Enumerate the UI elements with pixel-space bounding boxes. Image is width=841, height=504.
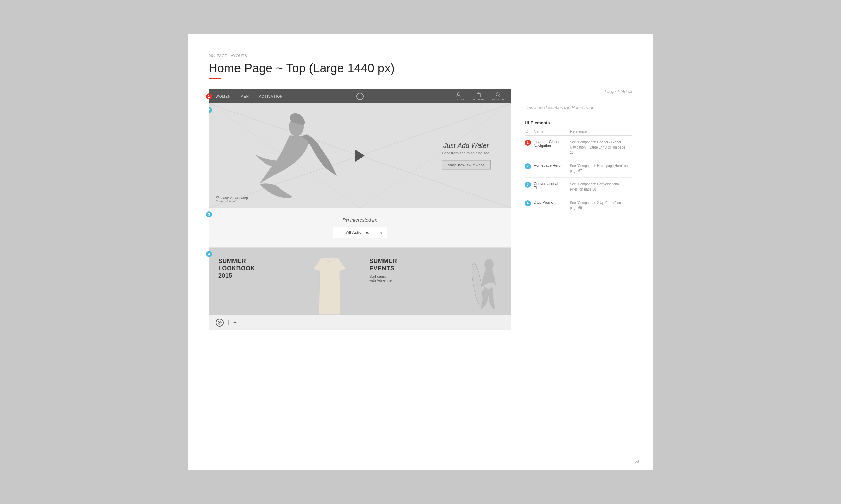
table-row: 1 Header - Global Navigation See "Compon…	[525, 136, 632, 159]
table-row: 4 2 Up Promo See "Component: 2 Up Promo"…	[525, 196, 632, 214]
footer-logo	[216, 319, 224, 327]
hero-caption: Kimberly Vandenberg Surfer, Honolulu	[216, 196, 248, 203]
svg-point-2	[496, 93, 499, 96]
ui-id-badge-4: 4	[525, 200, 531, 206]
promo-2-text: SUMMEREVENTS Surf campwith Adrienne	[370, 258, 397, 282]
conv-filter-dropdown[interactable]: All Activities ∨	[333, 227, 387, 238]
conv-filter-section: 3 I'm Interested in: All Activities ∨	[209, 208, 511, 247]
hero-text: Just Add Water Gear from sea to shining …	[442, 142, 491, 170]
promo-badge-4: 4	[206, 251, 212, 257]
page-container: 06 / PAGE LAYOUTS Home Page ~ Top (Large…	[188, 34, 653, 470]
nav-mybag-icon[interactable]: MY BAG	[473, 92, 485, 101]
ui-element-ref-1: See "Component: Header - Global Navigati…	[570, 141, 625, 154]
nav-right: ACCOUNT MY BAG SEARCH	[451, 92, 504, 101]
nav-mybag-label: MY BAG	[473, 98, 485, 101]
bag-svg-icon	[476, 92, 481, 97]
nav-search-icon[interactable]: SEARCH	[492, 92, 504, 101]
page-title: Home Page ~ Top (Large 1440 px)	[209, 61, 632, 75]
share-icon[interactable]: ✦	[233, 320, 237, 325]
conv-filter-label: I'm Interested in:	[342, 217, 377, 223]
conv-dropdown-value: All Activities	[346, 230, 370, 235]
svg-point-9	[484, 259, 494, 270]
table-header-name: Name	[534, 129, 570, 136]
hero-section: 2	[209, 104, 511, 208]
shirt-svg	[309, 258, 350, 315]
left-panel: 1 WOMEN MEN MOTIVATION ACCOUNT	[209, 89, 511, 330]
footer-divider: |	[228, 320, 229, 326]
ui-element-name-3: Conversational Filter	[534, 182, 558, 190]
ui-element-ref-4: See "Component: 2 Up Promo" on page 69	[570, 201, 621, 210]
ui-elements-title: UI Elements	[525, 120, 632, 125]
surfboard-figure	[470, 254, 504, 315]
promo-section: 4 SUMMERLOOKBOOK2015	[209, 247, 511, 315]
table-row: 2 Homepage Hero See "Component: Homepage…	[525, 159, 632, 177]
surfboard-svg	[470, 254, 504, 315]
account-svg-icon	[456, 92, 461, 97]
promo-1-text: SUMMERLOOKBOOK2015	[218, 258, 255, 280]
promo-1-title: SUMMERLOOKBOOK2015	[218, 258, 255, 280]
nav-link-men[interactable]: MEN	[240, 95, 249, 98]
wireframe-browser: 1 WOMEN MEN MOTIVATION ACCOUNT	[209, 89, 511, 330]
nav-bar: 1 WOMEN MEN MOTIVATION ACCOUNT	[209, 89, 511, 104]
ui-id-badge-1: 1	[525, 140, 531, 146]
main-layout: 1 WOMEN MEN MOTIVATION ACCOUNT	[209, 89, 632, 330]
wireframe-footer: | ✦	[209, 315, 511, 330]
chevron-down-icon: ∨	[380, 231, 382, 234]
svg-rect-1	[477, 94, 480, 97]
nav-link-women[interactable]: WOMEN	[216, 95, 231, 98]
page-number: 58	[635, 459, 639, 464]
hero-title: Just Add Water	[442, 142, 491, 149]
nav-logo	[356, 93, 364, 100]
nav-badge-1: 1	[206, 93, 212, 100]
nav-logo-circle	[356, 93, 364, 100]
ui-element-name-4: 2 Up Promo	[534, 200, 553, 204]
hero-caption-name: Kimberly Vandenberg	[216, 196, 248, 200]
table-header-reference: Reference	[570, 129, 632, 136]
right-panel: Large 1440 px This view describes the Ho…	[525, 89, 632, 330]
ui-id-badge-3: 3	[525, 182, 531, 188]
large-size-label: Large 1440 px	[525, 89, 632, 94]
surfer-svg	[249, 110, 343, 204]
conv-badge-3: 3	[206, 211, 212, 217]
shirt-figure	[309, 258, 350, 315]
promo-card-2[interactable]: SUMMEREVENTS Surf campwith Adrienne	[360, 248, 511, 315]
promo-card-1[interactable]: SUMMERLOOKBOOK2015	[209, 248, 360, 315]
table-row: 3 Conversational Filter See "Component: …	[525, 177, 632, 196]
hero-surfer-figure	[249, 110, 343, 204]
nav-link-motivation[interactable]: MOTIVATION	[258, 95, 283, 98]
nav-links: WOMEN MEN MOTIVATION	[216, 95, 283, 98]
ui-elements-table: ID Name Reference 1 Header - Global Navi…	[525, 129, 632, 214]
svg-point-0	[457, 93, 460, 95]
nav-account-icon[interactable]: ACCOUNT	[451, 92, 466, 101]
table-header-id: ID	[525, 129, 534, 136]
ui-element-name-1: Header - Global Navigation	[534, 140, 560, 148]
promo-2-title: SUMMEREVENTS	[370, 258, 397, 272]
svg-line-3	[499, 96, 500, 97]
title-underline	[209, 78, 221, 79]
ui-id-badge-2: 2	[525, 163, 531, 169]
hero-caption-role: Surfer, Honolulu	[216, 200, 248, 203]
hero-play-button[interactable]	[355, 149, 365, 162]
nav-account-label: ACCOUNT	[451, 98, 466, 101]
hero-subtitle: Gear from sea to shining sea.	[442, 151, 491, 155]
hero-cta-button[interactable]: shop new swimwear	[442, 160, 491, 170]
search-svg-icon	[495, 92, 501, 97]
ui-element-ref-3: See "Component: Conversational Filter" o…	[570, 182, 620, 191]
view-description: This view describes the Home Page.	[525, 104, 632, 111]
ui-element-name-2: Homepage Hero	[534, 163, 561, 167]
nav-search-label: SEARCH	[492, 98, 504, 101]
lululemon-logo-icon	[217, 320, 222, 325]
promo-2-subtitle: Surf campwith Adrienne	[370, 274, 397, 282]
breadcrumb: 06 / PAGE LAYOUTS	[209, 54, 632, 58]
ui-element-ref-2: See "Component: Homepage Hero" on page 6…	[570, 164, 628, 173]
